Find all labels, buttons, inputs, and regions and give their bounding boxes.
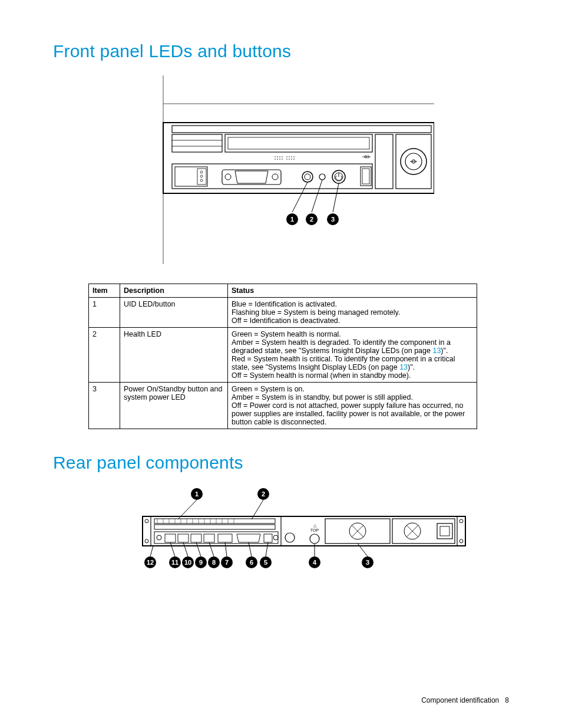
- svg-line-49: [368, 155, 369, 157]
- svg-text:2: 2: [262, 490, 265, 498]
- svg-text:TOP: TOP: [310, 528, 319, 532]
- figure-rear-panel: 1 2: [53, 487, 509, 583]
- svg-text:1: 1: [290, 216, 294, 223]
- svg-rect-73: [154, 519, 275, 523]
- cell-item: 3: [89, 383, 120, 429]
- svg-point-14: [289, 156, 290, 157]
- svg-line-118: [225, 542, 227, 556]
- svg-point-22: [289, 159, 290, 160]
- svg-point-24: [293, 159, 295, 160]
- svg-text:△: △: [313, 523, 317, 528]
- svg-rect-70: [457, 516, 465, 546]
- svg-point-10: [277, 156, 278, 157]
- footer-section: Component identification: [421, 696, 499, 704]
- svg-line-114: [170, 542, 175, 556]
- svg-rect-94: [204, 534, 214, 542]
- svg-point-97: [273, 535, 278, 540]
- svg-point-16: [293, 156, 295, 157]
- page-link[interactable]: 13: [399, 363, 408, 371]
- page-link[interactable]: 13: [432, 347, 441, 355]
- svg-rect-112: [440, 526, 449, 536]
- svg-rect-67: [143, 516, 151, 546]
- svg-line-51: [292, 182, 308, 212]
- cell-description: Power On/Standby button and system power…: [120, 383, 228, 429]
- svg-point-69: [145, 539, 148, 543]
- svg-line-120: [266, 542, 268, 556]
- svg-point-71: [459, 519, 463, 523]
- svg-rect-8: [228, 137, 369, 149]
- svg-text:8: 8: [212, 559, 216, 566]
- svg-text:10: 10: [184, 559, 191, 566]
- callout-group-front: 1 2 3: [286, 213, 339, 225]
- cell-status: Green = System is on.Amber = System is i…: [228, 383, 477, 429]
- svg-rect-95: [218, 534, 232, 542]
- svg-point-13: [286, 156, 287, 157]
- svg-text:6: 6: [250, 559, 253, 566]
- cell-item: 1: [89, 298, 120, 328]
- svg-point-39: [272, 174, 278, 180]
- th-description: Description: [120, 284, 228, 298]
- svg-point-99: [285, 533, 295, 542]
- svg-point-38: [225, 174, 231, 180]
- svg-line-52: [312, 180, 322, 212]
- svg-line-117: [209, 542, 214, 556]
- svg-point-9: [275, 156, 276, 157]
- svg-text:12: 12: [147, 559, 154, 566]
- svg-line-115: [183, 542, 188, 556]
- svg-text:2: 2: [310, 216, 313, 223]
- svg-rect-111: [437, 523, 452, 539]
- svg-rect-93: [191, 534, 201, 542]
- svg-point-11: [279, 156, 280, 157]
- svg-text:4: 4: [313, 559, 317, 566]
- svg-point-12: [282, 156, 283, 157]
- svg-line-113: [150, 546, 153, 556]
- svg-line-50: [368, 157, 369, 159]
- svg-text:7: 7: [225, 559, 229, 566]
- svg-point-36: [200, 179, 203, 182]
- svg-point-40: [302, 172, 313, 182]
- svg-point-35: [200, 175, 203, 177]
- svg-point-21: [286, 159, 287, 160]
- cell-description: Health LED: [120, 328, 228, 383]
- svg-rect-4: [172, 134, 222, 152]
- svg-point-17: [275, 159, 276, 160]
- svg-point-102: [310, 534, 319, 543]
- table-front-panel: Item Description Status 1UID LED/buttonB…: [88, 284, 477, 429]
- svg-rect-88: [154, 525, 275, 529]
- table-row: 1UID LED/buttonBlue = Identification is …: [89, 298, 477, 328]
- svg-point-41: [305, 174, 310, 180]
- svg-line-119: [249, 542, 252, 556]
- th-item: Item: [89, 284, 120, 298]
- footer-page-number: 8: [505, 696, 509, 704]
- svg-text:11: 11: [171, 559, 178, 566]
- svg-text:1: 1: [195, 490, 199, 498]
- svg-point-19: [279, 159, 280, 160]
- figure-front-panel: 1 2 3: [53, 75, 509, 272]
- svg-rect-25: [375, 134, 393, 189]
- svg-rect-92: [178, 534, 189, 542]
- cell-description: UID LED/button: [120, 298, 228, 328]
- svg-rect-2: [163, 123, 434, 193]
- svg-point-18: [277, 159, 278, 160]
- svg-rect-46: [362, 169, 369, 184]
- svg-point-72: [459, 539, 463, 543]
- svg-point-34: [200, 171, 203, 173]
- svg-rect-107: [392, 519, 455, 543]
- heading-front-panel: Front panel LEDs and buttons: [53, 41, 509, 61]
- table-row: 3Power On/Standby button and system powe…: [89, 383, 477, 429]
- svg-point-15: [291, 156, 292, 157]
- table-row: 2Health LEDGreen = System health is norm…: [89, 328, 477, 383]
- svg-rect-91: [165, 534, 176, 542]
- svg-point-90: [157, 535, 161, 540]
- svg-text:9: 9: [199, 559, 203, 566]
- svg-line-53: [333, 183, 339, 212]
- cell-item: 2: [89, 328, 120, 383]
- svg-text:5: 5: [264, 559, 267, 566]
- svg-point-20: [282, 159, 283, 160]
- svg-point-42: [319, 174, 325, 180]
- svg-text:3: 3: [366, 559, 369, 566]
- svg-point-68: [145, 519, 148, 523]
- page-footer: Component identification 8: [421, 696, 509, 704]
- heading-rear-panel: Rear panel components: [53, 453, 509, 473]
- svg-text:3: 3: [331, 216, 335, 223]
